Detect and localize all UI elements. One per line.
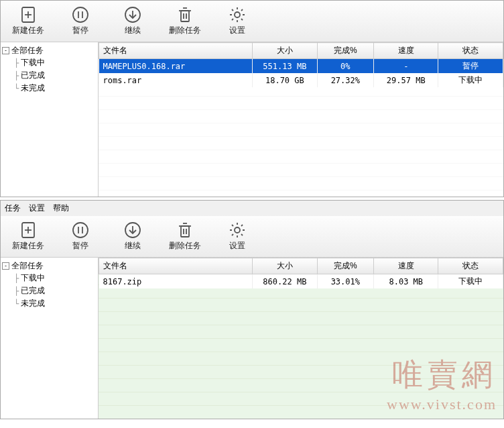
resume-label: 继续 — [125, 25, 141, 36]
col-status[interactable]: 状态 — [438, 43, 503, 59]
svg-rect-22 — [181, 226, 189, 237]
watermark-url: www.vivst.com — [387, 396, 497, 413]
col-speed[interactable]: 速度 — [374, 43, 438, 59]
tree-item-incomplete[interactable]: └未完成 — [14, 82, 97, 95]
cell-size: 860.22 MB — [253, 274, 317, 289]
cell-speed: - — [374, 59, 438, 74]
sidebar: - 全部任务 ├下载中 ├已完成 └未完成 — [1, 258, 99, 419]
tree-item-downloading[interactable]: ├下载中 — [14, 56, 97, 69]
svg-point-27 — [235, 227, 240, 233]
col-percent[interactable]: 完成% — [317, 43, 373, 59]
table-row[interactable]: 8167.zip860.22 MB33.01%8.03 MB下载中 — [99, 274, 503, 289]
col-size[interactable]: 大小 — [253, 258, 317, 274]
menubar: 任务 设置 帮助 — [1, 201, 503, 216]
cell-speed: 8.03 MB — [374, 274, 438, 289]
resume-button[interactable]: 继续 — [107, 3, 159, 39]
toolbar: 新建任务 暂停 继续 删除任务 设置 — [1, 216, 503, 258]
tree-collapse-icon[interactable]: - — [2, 47, 9, 54]
download-window-1: 新建任务 暂停 继续 删除任务 设置 - 全部任务 ├下载中 ├已完成 — [0, 0, 504, 197]
trash-icon — [176, 221, 194, 239]
watermark-text: 唯賣網 — [387, 354, 497, 396]
task-list: 文件名 大小 完成% 速度 状态 MAMEPLUS0.168.rar551.13… — [99, 42, 503, 197]
pause-label: 暂停 — [72, 25, 88, 36]
cell-percent: 0% — [317, 59, 373, 74]
col-filename[interactable]: 文件名 — [99, 258, 253, 274]
col-size[interactable]: 大小 — [253, 43, 317, 59]
col-filename[interactable]: 文件名 — [99, 43, 253, 59]
cell-filename: 8167.zip — [99, 274, 253, 289]
download-window-2: 任务 设置 帮助 新建任务 暂停 继续 删除任务 设置 - 全部任务 — [0, 200, 504, 419]
tree-item-completed[interactable]: ├已完成 — [14, 284, 97, 297]
svg-point-13 — [235, 12, 240, 17]
cell-status: 暂停 — [438, 59, 503, 74]
settings-button[interactable]: 设置 — [211, 219, 263, 254]
delete-label: 删除任务 — [169, 25, 201, 36]
cell-filename: MAMEPLUS0.168.rar — [99, 59, 253, 74]
resume-button[interactable]: 继续 — [107, 219, 159, 254]
tree-item-completed[interactable]: ├已完成 — [14, 69, 97, 82]
cell-percent: 27.32% — [317, 73, 373, 87]
new-task-button[interactable]: 新建任务 — [2, 219, 54, 254]
tree-collapse-icon[interactable]: - — [2, 262, 9, 270]
pause-icon — [72, 221, 89, 239]
plus-file-icon — [19, 6, 37, 23]
menu-help[interactable]: 帮助 — [53, 203, 69, 214]
table-row[interactable]: roms.rar18.70 GB27.32%29.57 MB下载中 — [99, 73, 503, 87]
new-task-button[interactable]: 新建任务 — [2, 3, 54, 39]
col-percent[interactable]: 完成% — [317, 258, 373, 274]
cell-speed: 29.57 MB — [374, 73, 438, 87]
cell-status: 下载中 — [438, 73, 503, 87]
svg-point-3 — [73, 7, 88, 22]
gear-icon — [229, 6, 246, 23]
menu-task[interactable]: 任务 — [5, 203, 21, 214]
table-header-row: 文件名 大小 完成% 速度 状态 — [99, 43, 503, 59]
pause-button[interactable]: 暂停 — [54, 3, 107, 39]
trash-icon — [176, 6, 194, 23]
cell-filename: roms.rar — [99, 73, 253, 87]
plus-file-icon — [19, 221, 37, 239]
table-row[interactable]: MAMEPLUS0.168.rar551.13 MB0%-暂停 — [99, 59, 503, 74]
delete-button[interactable]: 删除任务 — [159, 3, 211, 39]
tree-item-downloading[interactable]: ├下载中 — [14, 272, 97, 284]
gear-icon — [229, 221, 246, 239]
pause-icon — [72, 6, 89, 23]
col-status[interactable]: 状态 — [438, 258, 503, 274]
settings-button[interactable]: 设置 — [211, 3, 263, 39]
cell-status: 下载中 — [438, 274, 503, 289]
settings-label: 设置 — [229, 25, 245, 36]
tree-root-label: 全部任务 — [11, 45, 44, 56]
pause-button[interactable]: 暂停 — [54, 219, 107, 254]
svg-rect-8 — [181, 11, 189, 21]
svg-point-17 — [73, 223, 88, 237]
delete-button[interactable]: 删除任务 — [159, 219, 211, 254]
task-list: 文件名 大小 完成% 速度 状态 8167.zip860.22 MB33.01%… — [99, 258, 503, 419]
cell-size: 551.13 MB — [253, 59, 317, 74]
table-header-row: 文件名 大小 完成% 速度 状态 — [99, 258, 503, 274]
sidebar: - 全部任务 ├下载中 ├已完成 └未完成 — [1, 42, 99, 197]
cell-size: 18.70 GB — [253, 73, 317, 87]
tree-root-all[interactable]: - 全部任务 — [2, 45, 97, 56]
new-task-label: 新建任务 — [12, 25, 44, 36]
tree-root-all[interactable]: - 全部任务 — [2, 260, 97, 272]
cell-percent: 33.01% — [317, 274, 373, 289]
col-speed[interactable]: 速度 — [374, 258, 438, 274]
download-icon — [124, 221, 141, 239]
download-icon — [124, 6, 141, 23]
tree-item-incomplete[interactable]: └未完成 — [14, 297, 97, 310]
toolbar: 新建任务 暂停 继续 删除任务 设置 — [1, 1, 503, 42]
menu-settings[interactable]: 设置 — [29, 203, 45, 214]
watermark: 唯賣網 www.vivst.com — [387, 354, 497, 413]
